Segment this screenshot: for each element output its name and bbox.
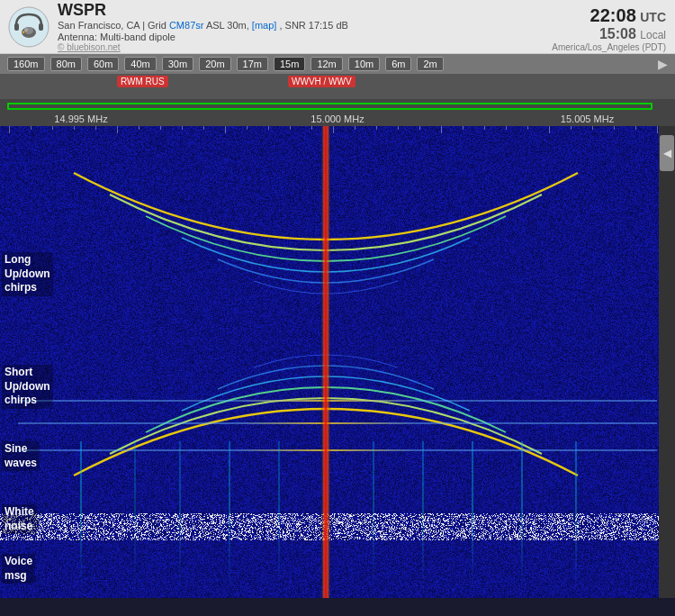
freq-label-right: 15.005 MHz — [561, 113, 614, 124]
freq-label-left: 14.995 MHz — [54, 113, 107, 124]
map-link[interactable]: [map] — [252, 20, 277, 31]
logo-area: WSPR San Francisco, CA | Grid CM87sr ASL… — [7, 1, 348, 52]
time-local-value: 15:08 — [599, 26, 636, 41]
band-17m[interactable]: 17m — [237, 57, 268, 71]
svg-rect-1 — [14, 23, 19, 31]
annotation-long-chirps: LongUp/downchirps — [2, 252, 53, 296]
annotation-short-chirps: ShortUp/downchirps — [2, 365, 53, 409]
spectrogram-canvas[interactable] — [0, 126, 675, 598]
band-160m[interactable]: 160m — [7, 57, 45, 71]
markers-row: RWM RUS WWVH / WWV — [0, 74, 675, 99]
scroll-arrow-icon: ◀ — [663, 147, 671, 159]
antenna-line: Antenna: Multi-band dipole — [58, 32, 348, 42]
band-40m[interactable]: 40m — [124, 57, 156, 71]
time-utc-label: UTC — [640, 10, 666, 24]
app-logo — [7, 5, 50, 49]
annotation-sine-waves: Sinewaves — [2, 441, 40, 471]
band-2m[interactable]: 2m — [417, 57, 443, 71]
subtitle-line: San Francisco, CA | Grid CM87sr ASL 30m,… — [58, 20, 348, 31]
scrollbar: ◀ — [659, 126, 675, 598]
location-text: San Francisco, CA | Grid — [58, 20, 166, 31]
band-30m[interactable]: 30m — [162, 57, 194, 71]
frequency-bar: 14.995 MHz 15.000 MHz 15.005 MHz — [0, 99, 675, 126]
frequency-range-indicator — [7, 103, 652, 110]
band-15m[interactable]: 15m — [274, 57, 305, 71]
timezone-label: America/Los_Angeles (PDT) — [552, 42, 666, 52]
marker-rwm[interactable]: RWM RUS — [117, 76, 168, 87]
title-block: WSPR San Francisco, CA | Grid CM87sr ASL… — [58, 1, 348, 52]
spectrogram-container: LongUp/downchirps ShortUp/downchirps Sin… — [0, 126, 675, 598]
svg-rect-2 — [39, 23, 43, 31]
band-10m[interactable]: 10m — [348, 57, 380, 71]
grid-link[interactable]: CM87sr — [169, 20, 204, 31]
annotation-white-noise: Whitenoise — [2, 504, 37, 534]
app-title: WSPR — [58, 1, 348, 20]
header: WSPR San Francisco, CA | Grid CM87sr ASL… — [0, 0, 675, 54]
time-local-label: Local — [640, 29, 666, 41]
band-80m[interactable]: 80m — [50, 57, 82, 71]
band-60m[interactable]: 60m — [87, 57, 119, 71]
scroll-thumb[interactable]: ◀ — [660, 135, 674, 171]
band-6m[interactable]: 6m — [385, 57, 411, 71]
time-block: 22:08 UTC 15:08 Local America/Los_Angele… — [552, 5, 666, 52]
nav-arrow-icon[interactable]: ▶ — [658, 57, 668, 71]
snr-text: , SNR 17:15 dB — [279, 20, 347, 31]
freq-label-center: 15.000 MHz — [310, 113, 364, 124]
asl-text: ASL 30m, — [206, 20, 249, 31]
band-selector-row: 160m 80m 60m 40m 30m 20m 17m 15m 12m 10m… — [0, 54, 675, 74]
band-12m[interactable]: 12m — [310, 57, 342, 71]
marker-wwvh[interactable]: WWVH / WWV — [288, 76, 356, 87]
credit-link[interactable]: © bluebison.net — [58, 42, 121, 52]
annotation-voice-msg: Voicemsg — [2, 554, 35, 584]
band-20m[interactable]: 20m — [199, 57, 230, 71]
svg-point-7 — [25, 29, 27, 31]
antenna-text: Antenna: Multi-band dipole — [58, 32, 176, 42]
time-utc-value: 22:08 — [590, 5, 636, 25]
